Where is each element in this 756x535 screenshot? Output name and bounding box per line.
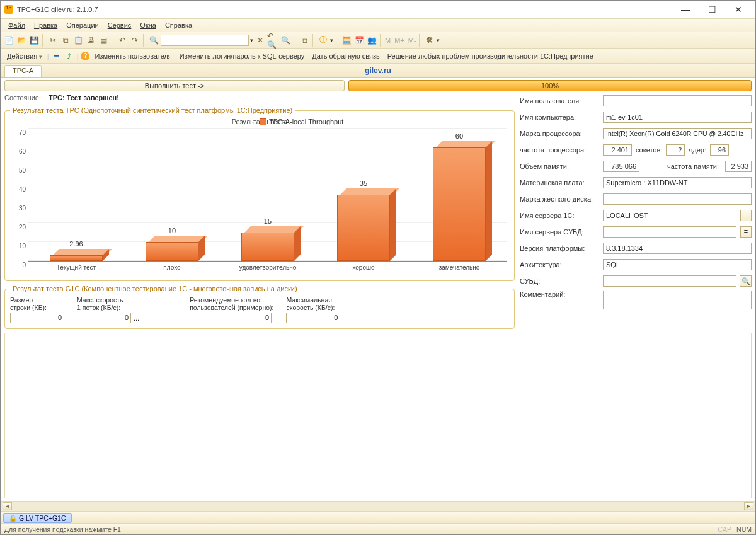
help-icon[interactable]: ?: [81, 52, 89, 60]
mem-mminus[interactable]: M-: [408, 37, 416, 44]
memfreq-field[interactable]: 2 933: [725, 161, 752, 172]
tpc-result-group: Результат теста TPC (Однопоточный синтет…: [4, 106, 515, 281]
hdd-label: Марка жёсткого диска:: [520, 195, 599, 203]
feedback-link[interactable]: Дать обратную связь: [309, 51, 382, 61]
g1c-rowsize-label: Размер строки (КБ):: [10, 296, 64, 311]
calc-icon[interactable]: 🧮: [341, 35, 352, 46]
dbms-field[interactable]: [603, 275, 736, 287]
copy2-icon[interactable]: ⧉: [299, 35, 310, 46]
x-axis-label: Текущий тест: [28, 264, 124, 271]
mem-m[interactable]: M: [385, 37, 391, 44]
search-input[interactable]: [161, 35, 249, 46]
window-tab-item[interactable]: 🔒 GILV TPC+G1C: [3, 513, 72, 523]
brand-link[interactable]: gilev.ru: [365, 66, 391, 75]
open-icon[interactable]: 📂: [16, 35, 27, 46]
status-hint: Для получения подсказки нажмите F1: [4, 526, 121, 533]
computer-field[interactable]: m1-ev-1c01: [603, 112, 752, 123]
arrow-left-icon[interactable]: ⬅: [52, 51, 62, 61]
redo-icon[interactable]: ↷: [129, 35, 140, 46]
run-test-button[interactable]: Выполнить тест ->: [4, 80, 345, 91]
horizontal-scrollbar[interactable]: ◄ ►: [1, 501, 755, 512]
info-icon[interactable]: ⓘ: [318, 35, 329, 46]
new-icon[interactable]: 📄: [3, 35, 14, 46]
g1c-rowsize-value[interactable]: 0: [10, 313, 64, 323]
cut-icon[interactable]: ✂: [47, 35, 59, 46]
username-field[interactable]: [603, 95, 752, 106]
ytick: 50: [12, 167, 26, 174]
menu-bar: Файл Правка Операции Сервис Окна Справка: [1, 18, 755, 32]
srv1c-eq-button[interactable]: =: [740, 210, 752, 221]
cpufreq-label: частота процессора:: [520, 146, 599, 154]
ytick: 60: [12, 148, 26, 155]
comment-field[interactable]: [603, 291, 752, 309]
find-prev-icon[interactable]: ↶🔍: [267, 35, 278, 46]
people-icon[interactable]: 👥: [366, 35, 377, 46]
mb-field[interactable]: Supermicro : X11DDW-NT: [603, 177, 752, 188]
srvdb-eq-button[interactable]: =: [740, 226, 752, 238]
copy-icon[interactable]: ⧉: [60, 35, 71, 46]
state-value: TPC: Тест завершен!: [49, 94, 119, 101]
menu-edit[interactable]: Правка: [30, 20, 61, 30]
close-button[interactable]: ✕: [725, 1, 752, 18]
scroll-left-icon[interactable]: ◄: [3, 502, 12, 510]
save-icon[interactable]: 💾: [28, 35, 40, 46]
arch-label: Архитектура:: [520, 261, 599, 268]
change-login-link[interactable]: Изменить логин/пароль к SQL-серверу: [177, 51, 307, 61]
progress-bar: 100%: [348, 80, 752, 91]
sockets-label: сокетов:: [636, 146, 662, 154]
bar-value-label: 10: [146, 227, 198, 234]
status-num: NUM: [736, 526, 752, 533]
settings-icon[interactable]: 🛠: [424, 35, 435, 46]
cpubrand-label: Марка процессора:: [520, 130, 599, 137]
tab-strip: TPC-A gilev.ru: [1, 64, 755, 78]
cores-field[interactable]: 96: [710, 144, 729, 156]
system-info-panel: Имя пользователя: Имя компьютера:m1-ev-1…: [520, 94, 752, 329]
maximize-button[interactable]: ☐: [699, 1, 725, 18]
menu-windows[interactable]: Окна: [136, 20, 160, 30]
scroll-right-icon[interactable]: ►: [744, 502, 753, 510]
bar-value-label: 60: [433, 132, 486, 140]
arrow-up-icon[interactable]: ⤴: [64, 51, 74, 61]
g1c-recusers-label: Рекомендуемое кол-во пользователей (прим…: [190, 296, 273, 311]
chart-bar: [337, 195, 390, 261]
solve-link[interactable]: Решение любых проблем производительности…: [385, 51, 596, 61]
menu-file[interactable]: Файл: [4, 20, 29, 30]
search-icon[interactable]: 🔍: [148, 35, 159, 46]
status-bar: Для получения подсказки нажмите F1 CAP N…: [1, 523, 755, 534]
g1c-recusers-value[interactable]: 0: [190, 313, 272, 323]
mem-mplus[interactable]: M+: [394, 37, 404, 44]
chart-bar: [433, 147, 486, 261]
undo-icon[interactable]: ↶: [117, 35, 128, 46]
g1c-maxspeed-value[interactable]: 0: [286, 313, 340, 323]
sockets-field[interactable]: 2: [666, 144, 685, 156]
print-icon[interactable]: 🖶: [85, 35, 96, 46]
arch-field[interactable]: SQL: [603, 259, 752, 270]
titlebar: TPC+G1C gilev.ru: 2.1.0.7 — ☐ ✕: [1, 1, 755, 18]
find-next-icon[interactable]: 🔍: [280, 35, 291, 46]
srvdb-field[interactable]: [603, 226, 736, 238]
platver-field[interactable]: 8.3.18.1334: [603, 243, 752, 254]
srv1c-field[interactable]: LOCALHOST: [603, 210, 736, 221]
hdd-field[interactable]: [603, 193, 752, 205]
username-label: Имя пользователя:: [520, 97, 599, 105]
computer-label: Имя компьютера:: [520, 113, 599, 121]
menu-service[interactable]: Сервис: [104, 20, 135, 30]
mb-label: Материнская плата:: [520, 179, 599, 187]
dbms-search-icon[interactable]: 🔍: [740, 275, 752, 287]
cpubrand-field[interactable]: Intel(R) Xeon(R) Gold 6240R CPU @ 2.40GH…: [603, 128, 752, 139]
g1c-maxspeed1-value[interactable]: 0: [77, 313, 131, 323]
tpc-legend: Результат теста TPC (Однопоточный синтет…: [10, 106, 295, 114]
preview-icon[interactable]: ▤: [98, 35, 109, 46]
menu-help[interactable]: Справка: [161, 20, 196, 30]
tab-tpca[interactable]: TPC-A: [4, 65, 42, 77]
mem-label: Объём памяти:: [520, 163, 599, 170]
actions-dropdown[interactable]: Действия: [4, 51, 45, 61]
calendar-icon[interactable]: 📅: [353, 35, 365, 46]
menu-operations[interactable]: Операции: [62, 20, 102, 30]
clear-search-icon[interactable]: ✕: [255, 35, 266, 46]
minimize-button[interactable]: —: [672, 1, 699, 18]
change-user-link[interactable]: Изменить пользователя: [92, 51, 174, 61]
paste-icon[interactable]: 📋: [72, 35, 84, 46]
cpufreq-field[interactable]: 2 401: [603, 144, 632, 156]
mem-field[interactable]: 785 066: [603, 161, 639, 172]
